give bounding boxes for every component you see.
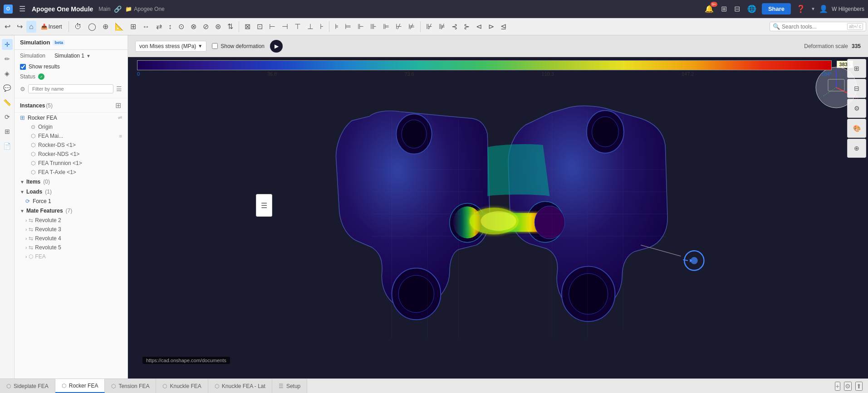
- tab-add-button[interactable]: +: [835, 382, 840, 391]
- view-color-button[interactable]: 🎨: [847, 119, 866, 138]
- tool-26[interactable]: ⊬: [393, 20, 405, 33]
- toolbar-separator-2: [239, 21, 239, 32]
- list-icon[interactable]: ☰: [116, 85, 122, 92]
- view-settings-button[interactable]: ⚙: [847, 99, 866, 118]
- tool-10[interactable]: ⊗: [188, 20, 199, 33]
- tool-2[interactable]: ◯: [85, 20, 99, 33]
- show-results-checkbox[interactable]: [20, 64, 26, 70]
- tool-19[interactable]: ⊥: [304, 20, 316, 33]
- tree-item-revolute4[interactable]: › ⇆ Revolute 4: [15, 234, 128, 243]
- tool-4[interactable]: 📐: [112, 20, 127, 33]
- view-faces-button[interactable]: ⊟: [847, 79, 866, 98]
- tab-knuckle-fea[interactable]: ⬡ Knuckle FEA: [156, 379, 208, 393]
- tab-settings-button[interactable]: ⚙: [844, 382, 852, 391]
- tool-11[interactable]: ⊘: [200, 20, 211, 33]
- tool-32[interactable]: ⊲: [473, 20, 485, 33]
- tree-item-rocker-fea[interactable]: ⊞ Rocker FEA ⇌: [15, 113, 128, 122]
- tool-17[interactable]: ⊣: [279, 20, 291, 33]
- tool-5[interactable]: ⊞: [128, 20, 139, 33]
- mate-features-section-header[interactable]: ▼ Mate Features (7): [15, 206, 128, 216]
- left-icon-history[interactable]: ⟳: [2, 112, 13, 122]
- insert-button[interactable]: 📥 Insert: [37, 22, 66, 32]
- viewport[interactable]: ☰ von Mises stress (MPa) ▼ Show deformat…: [128, 35, 868, 378]
- tree-item-fea-taxle[interactable]: ⬡ FEA T-Axle <1>: [15, 168, 128, 177]
- tree-item-fea-main[interactable]: ⬡ FEA Mai... ≡: [15, 131, 128, 141]
- tool-9[interactable]: ⊙: [176, 20, 187, 33]
- globe-button[interactable]: 🌐: [745, 3, 758, 15]
- tool-28[interactable]: ⊮: [423, 20, 435, 33]
- tool-8[interactable]: ↕: [166, 21, 175, 33]
- help-button[interactable]: ❓: [794, 3, 807, 15]
- tool-16[interactable]: ⊢: [266, 20, 278, 33]
- left-icon-comment[interactable]: 💬: [2, 82, 13, 93]
- tool-3[interactable]: ⊕: [100, 20, 111, 33]
- share-button[interactable]: Share: [762, 3, 791, 15]
- tree-item-origin[interactable]: ⊙ Origin: [15, 122, 128, 131]
- tool-21[interactable]: ⊧: [332, 20, 341, 33]
- tab-label: Knuckle FEA - Lat: [222, 383, 265, 389]
- tab-rocker-fea[interactable]: ⬡ Rocker FEA: [55, 379, 105, 393]
- simulation-panel-overlay[interactable]: ☰: [256, 194, 272, 217]
- undo-button[interactable]: ↩: [2, 20, 13, 33]
- tool-7[interactable]: ⇄: [153, 20, 165, 33]
- tool-13[interactable]: ⇅: [225, 20, 236, 33]
- left-icon-sketch[interactable]: ✏: [2, 53, 13, 64]
- tool-20[interactable]: ⊦: [317, 20, 326, 33]
- grid-button[interactable]: ⊞: [719, 3, 729, 15]
- app-logo[interactable]: O: [4, 5, 13, 14]
- tab-setup[interactable]: ☰ Setup: [272, 379, 307, 393]
- show-deformation-checkbox[interactable]: [212, 43, 218, 49]
- tree-item-revolute2[interactable]: › ⇆ Revolute 2: [15, 216, 128, 225]
- tool-18[interactable]: ⊤: [292, 20, 304, 33]
- tool-29[interactable]: ⊯: [436, 20, 448, 33]
- tree-item-force1[interactable]: ⟳ Force 1: [15, 197, 128, 206]
- redo-button[interactable]: ↪: [14, 20, 25, 33]
- tool-24[interactable]: ⊪: [368, 20, 379, 33]
- tree-item-rocker-ds[interactable]: ⬡ Rocker-DS <1>: [15, 141, 128, 150]
- left-icon-document[interactable]: 📄: [2, 141, 13, 151]
- left-icon-cursor[interactable]: ✛: [2, 39, 13, 50]
- tool-14[interactable]: ⊠: [242, 20, 253, 33]
- hamburger-menu[interactable]: ☰: [16, 3, 28, 15]
- left-icon-measure[interactable]: 📏: [2, 97, 13, 108]
- tree-item-rocker-nds[interactable]: ⬡ Rocker-NDS <1>: [15, 150, 128, 159]
- tool-34[interactable]: ⊴: [498, 20, 509, 33]
- layout-button[interactable]: ⊟: [732, 3, 742, 15]
- tool-23[interactable]: ⊩: [355, 20, 367, 33]
- tool-1[interactable]: ⏱: [72, 21, 84, 33]
- tool-15[interactable]: ⊡: [254, 20, 265, 33]
- tool-12[interactable]: ⊛: [212, 20, 224, 33]
- tab-sideplate-fea[interactable]: ⬡ Sideplate FEA: [0, 379, 55, 393]
- items-section-header[interactable]: ▼ Items (0): [15, 177, 128, 187]
- filter-input[interactable]: [28, 84, 113, 93]
- search-input[interactable]: [782, 24, 845, 30]
- tree-item-revolute3[interactable]: › ⇆ Revolute 3: [15, 225, 128, 234]
- view-more-button[interactable]: ⊕: [847, 139, 866, 158]
- play-button[interactable]: ▶: [270, 40, 283, 53]
- left-icon-display[interactable]: ⊞: [2, 126, 13, 137]
- scale-min-label: 0: [137, 71, 140, 77]
- view-options-button[interactable]: ⊞: [847, 59, 866, 78]
- loads-section-header[interactable]: ▼ Loads (1): [15, 187, 128, 197]
- home-button[interactable]: ⌂: [26, 21, 36, 33]
- tool-33[interactable]: ⊳: [485, 20, 497, 33]
- tree-item-revolute5[interactable]: › ⇆ Revolute 5: [15, 243, 128, 252]
- tool-25[interactable]: ⊫: [380, 20, 392, 33]
- simulation-dropdown[interactable]: Simulation 1 ▼: [54, 53, 91, 59]
- tab-export-button[interactable]: ⬆: [855, 382, 863, 391]
- tree-item-fea-trunnion[interactable]: ⬡ FEA Trunnion <1>: [15, 159, 128, 168]
- add-instance-button[interactable]: ⊞: [114, 100, 122, 111]
- tool-27[interactable]: ⊭: [406, 20, 417, 33]
- tab-knuckle-fea-lat[interactable]: ⬡ Knuckle FEA - Lat: [208, 379, 272, 393]
- tool-30[interactable]: ⊰: [449, 20, 460, 33]
- notifications-button[interactable]: 🔔 9+: [703, 3, 716, 15]
- tool-22[interactable]: ⊨: [342, 20, 354, 33]
- left-icon-part[interactable]: ◈: [2, 68, 13, 79]
- tab-tension-fea[interactable]: ⬡ Tension FEA: [105, 379, 156, 393]
- tree-item-fea-more[interactable]: › ⬡ FEA: [15, 252, 128, 261]
- stress-type-dropdown[interactable]: von Mises stress (MPa) ▼: [135, 41, 206, 52]
- filter-icon[interactable]: ⚙: [20, 86, 25, 92]
- tool-31[interactable]: ⊱: [461, 20, 472, 33]
- tool-6[interactable]: ↔: [140, 21, 152, 33]
- breadcrumb-doc: Apogee One: [134, 6, 164, 12]
